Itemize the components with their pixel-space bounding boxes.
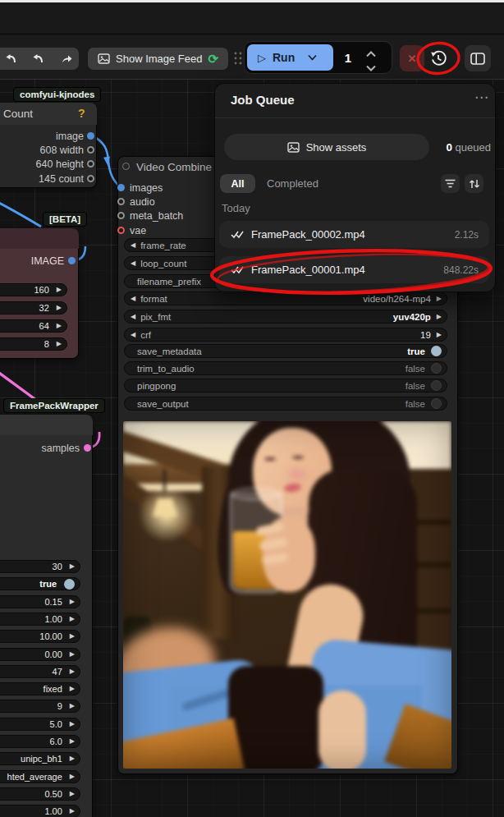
spin-right-icon[interactable]: ▶ (70, 738, 75, 745)
widget-trim-to-audio[interactable]: trim_to_audio false (124, 361, 447, 375)
collapse-dot-icon[interactable] (122, 163, 130, 170)
batch-decrement-button[interactable] (365, 60, 378, 68)
widget-wrapper-14[interactable]: 1.00▶ (0, 805, 80, 817)
clear-queue-button[interactable]: ✕ (400, 45, 424, 71)
run-button[interactable]: ▷ Run (247, 44, 333, 71)
widget-pingpong[interactable]: pingpong false (124, 379, 447, 392)
spin-right-icon[interactable]: ▶ (70, 703, 75, 709)
panel-menu-icon[interactable]: ⋯ (474, 89, 488, 106)
spin-right-icon[interactable]: ▶ (437, 296, 442, 302)
widget-wrapper-9[interactable]: 5.0▶ (0, 718, 80, 731)
undo-button[interactable] (4, 52, 17, 65)
widget-wrapper-11[interactable]: unipc_bh1▶ (0, 752, 80, 765)
spin-right-icon[interactable]: ▶ (57, 341, 62, 347)
input-port-meta-batch[interactable] (117, 212, 125, 219)
share-button[interactable] (60, 52, 73, 65)
widget-value: 160 (34, 285, 48, 295)
show-image-feed-button[interactable]: Show Image Feed ⟳ (88, 48, 228, 70)
spin-right-icon[interactable]: ▶ (70, 808, 75, 815)
spin-right-icon[interactable]: ▶ (70, 721, 75, 727)
widget-beta-0[interactable]: 160 ▶ (0, 283, 67, 296)
spin-right-icon[interactable]: ▶ (57, 323, 62, 329)
output-port-count[interactable] (87, 175, 94, 182)
spin-left-icon[interactable]: ◀ (131, 332, 135, 338)
widget-wrapper-0[interactable]: 30▶ (0, 560, 80, 573)
widget-wrapper-12[interactable]: hted_average▶ (0, 770, 80, 783)
widget-wrapper-8[interactable]: 9▶ (0, 700, 80, 713)
spin-left-icon[interactable]: ◀ (131, 260, 135, 267)
badge-comfyui-kjnodes: comfyui-kjnodes (13, 87, 101, 102)
widget-wrapper-13[interactable]: 0.50▶ (0, 787, 80, 801)
output-port-image[interactable] (87, 132, 94, 140)
toggle-knob-icon[interactable] (431, 363, 442, 374)
spin-right-icon[interactable]: ▶ (437, 314, 442, 320)
batch-increment-button[interactable] (365, 46, 378, 54)
spin-right-icon[interactable]: ▶ (437, 332, 442, 338)
spin-right-icon[interactable]: ▶ (70, 791, 75, 797)
spin-right-icon[interactable]: ▶ (70, 563, 75, 570)
batch-count-input[interactable]: 1 (334, 44, 362, 71)
spin-right-icon[interactable]: ▶ (70, 616, 75, 622)
history-button[interactable] (427, 47, 450, 70)
tab-all[interactable]: All (220, 174, 255, 193)
video-preview[interactable] (123, 421, 451, 769)
spin-right-icon[interactable]: ▶ (70, 651, 75, 658)
output-port-samples[interactable] (84, 444, 91, 452)
refresh-icon[interactable]: ⟳ (208, 53, 219, 65)
toggle-knob-icon[interactable] (431, 346, 442, 356)
widget-save-metadata[interactable]: save_metadata true (124, 344, 447, 358)
spin-right-icon[interactable]: ▶ (57, 305, 62, 311)
spin-left-icon[interactable]: ◀ (131, 314, 135, 320)
sidebar-toggle-button[interactable] (465, 45, 491, 71)
spin-left-icon[interactable]: ◀ (131, 242, 135, 249)
widget-wrapper-1-toggle[interactable]: true (0, 577, 80, 590)
widget-wrapper-3[interactable]: 1.00▶ (0, 613, 80, 626)
run-dropdown-chevron-icon[interactable] (308, 54, 317, 61)
queue-item-row[interactable]: FramePack_00002.mp4 2.12s (219, 221, 489, 248)
widget-save-output[interactable]: save_output false (124, 397, 447, 411)
spin-left-icon[interactable]: ◀ (131, 296, 135, 302)
toolbar-drag-handle[interactable] (233, 51, 243, 66)
redo-button[interactable] (32, 52, 45, 65)
input-port-audio[interactable] (117, 198, 125, 205)
widget-wrapper-10[interactable]: 6.0▶ (0, 735, 80, 748)
output-port-IMAGE[interactable] (68, 257, 76, 264)
queue-item-row[interactable]: FramePack_00001.mp4 848.22s (219, 256, 489, 283)
widget-beta-3[interactable]: 8 ▶ (0, 337, 67, 351)
output-port-width[interactable] (87, 146, 94, 154)
spin-right-icon[interactable]: ▶ (70, 773, 75, 780)
widget-wrapper-6[interactable]: 47▶ (0, 665, 80, 678)
widget-value: false (405, 381, 425, 391)
filter-button[interactable] (441, 174, 460, 193)
widget-wrapper-4[interactable]: 10.00▶ (0, 630, 80, 643)
spin-right-icon[interactable]: ▶ (70, 633, 75, 640)
widget-pix-fmt[interactable]: ◀pix_fmt yuv420p▶ (124, 310, 447, 324)
widget-wrapper-2[interactable]: 0.15▶ (0, 595, 80, 608)
widget-wrapper-5[interactable]: 0.00▶ (0, 648, 80, 661)
toggle-knob-icon[interactable] (431, 398, 442, 409)
node-beta-header[interactable] (0, 228, 79, 249)
widget-value: 0.15 (44, 597, 62, 607)
input-port-images[interactable] (117, 184, 125, 191)
tab-completed[interactable]: Completed (267, 177, 318, 190)
node-framepack-wrapper-header[interactable] (0, 415, 93, 435)
widget-beta-2[interactable]: 64 ▶ (0, 319, 67, 333)
widget-beta-1[interactable]: 32 ▶ (0, 301, 67, 314)
spin-right-icon[interactable]: ▶ (70, 755, 75, 762)
toggle-knob-icon[interactable] (64, 579, 75, 590)
spin-right-icon[interactable]: ▶ (57, 287, 62, 293)
widget-format[interactable]: ◀format video/h264-mp4▶ (124, 291, 447, 305)
sort-button[interactable] (465, 174, 483, 193)
spin-right-icon[interactable]: ▶ (70, 599, 75, 605)
widget-wrapper-7[interactable]: fixed▶ (0, 682, 80, 695)
spin-right-icon[interactable]: ▶ (70, 668, 75, 675)
input-port-vae[interactable] (117, 227, 125, 234)
titlebar (0, 2, 504, 34)
spin-right-icon[interactable]: ▶ (70, 686, 75, 692)
widget-value: 47 (53, 667, 62, 677)
toggle-knob-icon[interactable] (431, 380, 442, 391)
node-help-icon[interactable]: ? (78, 107, 85, 120)
widget-crf[interactable]: ◀crf 19▶ (124, 328, 447, 342)
output-port-height[interactable] (87, 160, 94, 168)
chevron-down-icon (365, 65, 377, 71)
